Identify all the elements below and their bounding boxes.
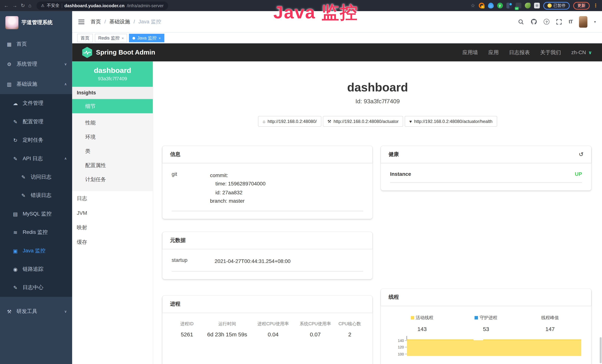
github-icon[interactable]: [531, 18, 537, 25]
sidebar-item-java[interactable]: ▣ Java 监控: [0, 242, 72, 260]
sidebar-item-error-log[interactable]: ✎ 错误日志: [0, 186, 72, 204]
profile-paused-badge[interactable]: 已暂停: [543, 2, 570, 9]
service-url-button[interactable]: ⌂ http://192.168.0.2:48080/: [258, 116, 321, 127]
app-title: 芋道管理系统: [22, 19, 53, 26]
sba-navbar: Spring Boot Admin 应用墙 应用 日志报表 关于我们 zh-CN…: [72, 43, 602, 61]
sba-menu-scheduled[interactable]: 计划任务: [72, 172, 153, 187]
collapse-sidebar-icon[interactable]: [78, 20, 84, 24]
extensions-puzzle-icon[interactable]: [534, 3, 539, 8]
sba-menu-metrics[interactable]: 性能: [72, 116, 153, 130]
sidebar-item-trace[interactable]: ◉ 链路追踪: [0, 260, 72, 278]
sidebar-item-system[interactable]: ⚙ 系统管理 ∨: [0, 54, 72, 74]
sidebar-item-mysql[interactable]: ▤ MySQL 监控: [0, 205, 72, 223]
y-axis: 140 120 100: [390, 337, 407, 355]
chart-line-dip: [473, 339, 484, 340]
user-avatar[interactable]: [579, 16, 588, 27]
sidebar-item-label: 首页: [17, 41, 67, 48]
reload-icon[interactable]: ↻: [21, 3, 25, 8]
tab-redis[interactable]: Redis 监控 ×: [95, 34, 127, 42]
back-icon[interactable]: ←: [4, 3, 9, 8]
process-header: 运行时间: [202, 321, 252, 327]
sba-menu-details[interactable]: 细节: [72, 99, 153, 113]
sidebar-item-config[interactable]: ✎ 配置管理: [0, 113, 72, 131]
sba-menu-caches[interactable]: 缓存: [72, 235, 153, 250]
browser-menu-icon[interactable]: ⋮: [593, 3, 598, 8]
sidebar-item-redis[interactable]: ≋ Redis 监控: [0, 223, 72, 241]
process-value-cpu: 0.04: [252, 332, 294, 338]
actuator-url-button[interactable]: ⚒ http://192.168.0.2:48080/actuator: [323, 116, 403, 127]
update-label: 更新: [577, 3, 585, 8]
sba-nav-about[interactable]: 关于我们: [540, 49, 561, 56]
sidebar-item-label: 基础设施: [17, 81, 64, 87]
database-icon: ▤: [12, 211, 18, 217]
instance-header[interactable]: dashboard 93a3fc7f7409: [72, 61, 153, 87]
language-select[interactable]: zh-CN ∨: [571, 50, 592, 55]
sba-menu-classes[interactable]: 类: [72, 144, 153, 158]
sidebar-item-label: 文件管理: [23, 100, 67, 107]
sidebar-item-api-log[interactable]: ✎ API 日志 ∧: [0, 150, 72, 168]
close-icon[interactable]: ×: [159, 36, 161, 40]
metadata-card-title: 元数据: [170, 237, 186, 244]
sba-menu-logfile[interactable]: 日志: [72, 191, 153, 206]
metadata-key: startup: [172, 257, 215, 266]
extension-icon[interactable]: 1: [479, 3, 484, 8]
user-menu-caret-icon[interactable]: ▾: [594, 20, 596, 24]
sba-menu-jvm[interactable]: JVM: [72, 206, 153, 221]
y-tick-label: 140: [398, 338, 404, 343]
scrollbar-thumb[interactable]: [600, 337, 602, 363]
address-bar[interactable]: ⚠ 不安全 dashboard.yudao.iocoder.cn/infra/a…: [36, 1, 168, 10]
extension-icon[interactable]: [525, 3, 530, 8]
close-icon[interactable]: ×: [122, 36, 124, 40]
threads-legend: 活动线程 守护进程 线程峰值: [390, 315, 582, 321]
heartbeat-icon: ♥: [409, 119, 412, 124]
extension-icon[interactable]: [506, 3, 512, 8]
sidebar-item-infra[interactable]: ▥ 基础设施 ∧: [0, 74, 72, 94]
y-tick-label: 100: [398, 352, 404, 356]
sidebar-item-label: Java 监控: [23, 247, 67, 254]
history-icon[interactable]: ↺: [579, 151, 584, 158]
bookmark-star-icon[interactable]: ☆: [471, 3, 475, 8]
edit-icon: ✎: [12, 119, 18, 125]
sba-brand[interactable]: Spring Boot Admin: [96, 49, 155, 56]
sidebar-item-label: 错误日志: [31, 192, 67, 199]
font-size-icon[interactable]: tT: [569, 19, 572, 24]
eye-icon: ◉: [12, 266, 18, 272]
app-logo[interactable]: 芋道管理系统: [0, 11, 72, 34]
breadcrumb-infra[interactable]: 基础设施: [109, 18, 130, 25]
sidebar-item-access-log[interactable]: ✎ 访问日志: [0, 168, 72, 186]
spring-boot-admin-logo-icon: [82, 47, 92, 58]
sidebar-item-dev-tools[interactable]: ⚒ 研发工具 ∨: [0, 301, 72, 321]
extension-icon[interactable]: [488, 3, 494, 8]
search-icon[interactable]: [518, 19, 524, 25]
fullscreen-icon[interactable]: [556, 19, 562, 25]
sidebar-item-file[interactable]: ☁ 文件管理: [0, 94, 72, 112]
layers-icon: ≋: [12, 229, 18, 235]
sba-nav: 应用墙 应用 日志报表 关于我们 zh-CN ∨: [462, 49, 592, 56]
edit-icon: ✎: [20, 193, 27, 198]
legend-live: 活动线程: [390, 315, 454, 321]
tab-home[interactable]: 首页: [77, 34, 93, 42]
extension-icon[interactable]: on: [516, 3, 521, 8]
sba-nav-wallboard[interactable]: 应用墙: [462, 49, 478, 56]
legend-label: 线程峰值: [541, 315, 559, 321]
process-value-syscpu: 0.07: [294, 332, 336, 338]
sidebar-item-home[interactable]: ▦ 首页: [0, 34, 72, 54]
update-button[interactable]: 更新: [573, 2, 590, 9]
gear-icon: ⚙: [6, 61, 12, 67]
threads-daemon-value: 53: [454, 326, 518, 332]
browser-home-icon[interactable]: ⌂: [28, 3, 31, 8]
tab-java[interactable]: Java 监控 ×: [129, 34, 164, 42]
health-url-button[interactable]: ♥ http://192.168.0.2:48080/actuator/heal…: [405, 116, 497, 127]
forward-icon[interactable]: →: [12, 3, 17, 8]
tags-view: 首页 Redis 监控 × Java 监控 ×: [72, 33, 602, 43]
extension-icon[interactable]: y: [497, 3, 503, 8]
sba-menu-configprops[interactable]: 配置属性: [72, 158, 153, 172]
breadcrumb-home[interactable]: 首页: [91, 18, 101, 25]
sba-nav-applications[interactable]: 应用: [488, 49, 499, 56]
sba-menu-env[interactable]: 环境: [72, 130, 153, 144]
sidebar-item-job[interactable]: ↻ 定时任务: [0, 131, 72, 149]
sba-nav-journal[interactable]: 日志报表: [509, 49, 530, 56]
help-icon[interactable]: ?: [544, 19, 549, 24]
sidebar-item-log-center[interactable]: ✎ 日志中心: [0, 278, 72, 297]
sba-menu-mappings[interactable]: 映射: [72, 221, 153, 235]
